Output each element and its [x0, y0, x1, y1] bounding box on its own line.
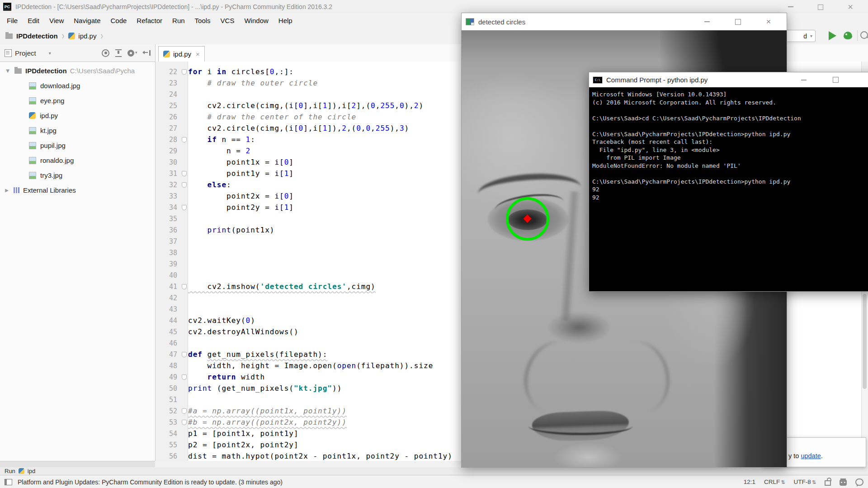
event-log-bubble-icon[interactable] [855, 479, 863, 486]
fold-marker-icon[interactable] [180, 137, 188, 142]
toolwindow-toggle-icon[interactable] [5, 479, 12, 485]
close-button[interactable]: × [753, 13, 784, 30]
search-everywhere-icon[interactable] [860, 31, 868, 39]
minimize-button[interactable] [788, 72, 820, 87]
tab-close-icon[interactable]: × [196, 50, 200, 58]
line-number: 26 [156, 113, 180, 121]
menu-help[interactable]: Help [274, 14, 297, 28]
tree-item-kt-jpg[interactable]: kt.jpg [0, 123, 155, 138]
caret-position-widget[interactable]: 12:1 [744, 479, 755, 485]
fold-end-icon[interactable] [182, 205, 187, 210]
detected-circles-titlebar[interactable]: detected circles × [462, 13, 787, 30]
collapse-all-icon[interactable] [115, 49, 122, 57]
fold-marker-icon[interactable] [180, 352, 188, 357]
tree-root-ipddetection[interactable]: ▼ IPDdetection C:\Users\Saad\Pycha [0, 63, 155, 78]
tree-item-download-jpg[interactable]: download.jpg [0, 78, 155, 93]
image-file-icon [29, 157, 36, 164]
tab-ipd-py[interactable]: ipd.py × [158, 46, 205, 62]
code-text: else: [188, 180, 231, 189]
file-name: download.jpg [40, 82, 80, 90]
tree-item-try3-jpg[interactable]: try3.jpg [0, 168, 155, 183]
fold-open-icon[interactable] [182, 352, 187, 357]
fold-marker-icon[interactable] [180, 182, 188, 188]
lock-icon[interactable] [825, 480, 831, 486]
debug-button[interactable] [844, 32, 852, 39]
menu-view[interactable]: View [44, 14, 69, 28]
project-panel-hscrollbar[interactable] [0, 461, 155, 468]
photo-mouth-line [528, 417, 632, 435]
menu-run[interactable]: Run [167, 14, 190, 28]
line-number: 23 [156, 79, 180, 87]
project-panel-title[interactable]: Project [15, 49, 36, 57]
external-libraries-label: External Libraries [23, 186, 76, 194]
run-button[interactable] [829, 31, 836, 40]
menu-navigate[interactable]: Navigate [69, 14, 105, 28]
maximize-button[interactable] [722, 13, 753, 30]
minimize-icon [704, 21, 710, 22]
code-text: cv2.imshow('detected circles',cimg) [188, 282, 376, 291]
fold-end-icon[interactable] [182, 284, 187, 289]
close-button[interactable]: × [835, 0, 865, 14]
tree-item-ronaldo-jpg[interactable]: ronaldo.jpg [0, 153, 155, 168]
gear-icon[interactable] [127, 50, 134, 57]
locate-file-icon[interactable] [102, 49, 109, 57]
fold-marker-icon[interactable] [180, 171, 188, 176]
tree-item-eye-png[interactable]: eye.png [0, 93, 155, 108]
photo-smile-fold [516, 335, 593, 420]
collapsed-arrow-icon[interactable]: ▶ [3, 188, 11, 193]
detected-circles-title: detected circles [478, 18, 525, 26]
restore-button[interactable] [806, 0, 835, 14]
update-link[interactable]: update [801, 452, 821, 460]
encoding-widget[interactable]: UTF-8⇅ [794, 479, 816, 485]
fold-end-icon[interactable] [182, 420, 187, 425]
fold-marker-icon[interactable] [180, 284, 188, 289]
file-name: eye.png [40, 97, 64, 104]
fold-marker-icon[interactable] [180, 374, 188, 380]
run-toolwindow-bar[interactable]: Run ipd [0, 467, 868, 475]
breadcrumb-file[interactable]: ipd.py [78, 32, 96, 40]
menu-edit[interactable]: Edit [23, 14, 44, 28]
menu-window[interactable]: Window [239, 14, 273, 28]
fold-open-icon[interactable] [182, 137, 187, 142]
maximize-button[interactable] [820, 72, 851, 87]
tree-item-external-libraries[interactable]: ▶ External Libraries [0, 183, 155, 198]
fold-end-icon[interactable] [182, 171, 187, 176]
cmd-output[interactable]: Microsoft Windows [Version 10.0.14393](c… [589, 87, 868, 291]
menu-tools[interactable]: Tools [190, 14, 216, 28]
chevron-down-icon[interactable]: ▾ [49, 51, 51, 56]
fold-end-icon[interactable] [182, 374, 187, 380]
fold-marker-icon[interactable] [180, 69, 188, 75]
fold-marker-icon[interactable] [180, 420, 188, 425]
menu-file[interactable]: File [2, 14, 23, 28]
command-prompt-title: Command Prompt - python ipd.py [606, 76, 708, 84]
fold-marker-icon[interactable] [180, 408, 188, 414]
breadcrumb-project[interactable]: IPDdetection [16, 32, 58, 40]
photo-chin-highlight [554, 443, 622, 467]
fold-open-icon[interactable] [182, 69, 187, 75]
file-name: kt.jpg [40, 127, 57, 134]
fold-open-icon[interactable] [182, 408, 187, 414]
restore-icon [818, 5, 823, 10]
cmd-line [592, 122, 868, 130]
cmd-window-controls [788, 72, 851, 87]
code-text: point2y = i[1] [188, 203, 294, 212]
minimize-button[interactable] [776, 0, 806, 14]
fold-marker-icon[interactable] [180, 205, 188, 210]
menu-code[interactable]: Code [105, 14, 132, 28]
hide-panel-icon[interactable] [144, 50, 151, 56]
fold-open-icon[interactable] [182, 182, 187, 188]
line-number: 49 [156, 373, 180, 381]
file-name: ipd.py [40, 112, 58, 119]
menu-vcs[interactable]: VCS [216, 14, 240, 28]
line-ending-widget[interactable]: CRLF⇅ [764, 479, 785, 485]
command-prompt-titlebar[interactable]: C:\ Command Prompt - python ipd.py [589, 72, 868, 87]
expand-arrow-icon[interactable]: ▼ [4, 68, 12, 73]
menu-refactor[interactable]: Refactor [132, 14, 167, 28]
inspections-hector-icon[interactable] [840, 479, 847, 486]
minimize-button[interactable] [692, 13, 722, 30]
tree-item-ipd-py[interactable]: ipd.py [0, 108, 155, 123]
scrollbar-thumb[interactable] [863, 294, 867, 389]
code-text: p2 = [point2x, point2y] [188, 441, 299, 449]
tree-item-pupil-jpg[interactable]: pupil.jpg [0, 138, 155, 153]
pycharm-titlebar[interactable]: PC IPDdetection - [C:\Users\Saad\Pycharm… [0, 0, 868, 14]
